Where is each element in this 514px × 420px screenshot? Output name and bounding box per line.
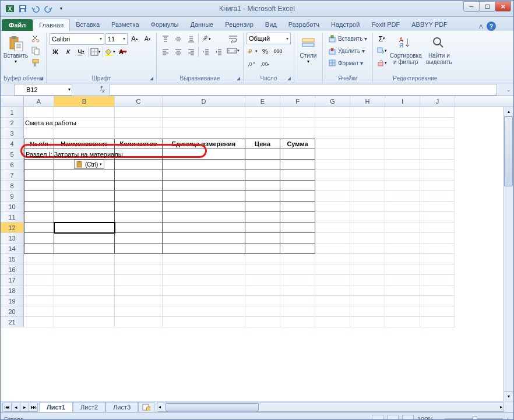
cell-I16[interactable] (385, 264, 420, 275)
cell-D7[interactable] (163, 170, 245, 181)
cell-D3[interactable] (163, 128, 245, 139)
cell-D15[interactable] (163, 254, 245, 264)
cells-container[interactable]: Смета на работы№ п/пНаименованиеКоличест… (24, 107, 504, 401)
cell-B18[interactable] (54, 285, 115, 296)
decrease-decimal-button[interactable]: ,00 (259, 58, 271, 70)
cell-G5[interactable] (315, 149, 350, 160)
row-header-6[interactable]: 6 (1, 160, 24, 170)
cell-B13[interactable] (54, 233, 115, 243)
row-header-19[interactable]: 19 (1, 296, 24, 306)
cell-A5[interactable]: Раздел I: Затраты на материалы (24, 149, 54, 160)
tab-Разметка[interactable]: Разметка (105, 19, 145, 31)
cell-F13[interactable] (280, 233, 315, 243)
cell-I3[interactable] (385, 128, 420, 139)
minimize-button[interactable]: ─ (463, 1, 480, 12)
cell-H14[interactable] (350, 243, 385, 254)
select-all-corner[interactable] (1, 96, 24, 107)
cell-F5[interactable] (280, 149, 315, 160)
font-size-combo[interactable]: 11▾ (105, 33, 128, 45)
cell-I12[interactable] (385, 223, 420, 233)
sheet-tab-Лист3[interactable]: Лист3 (105, 402, 138, 412)
cell-B16[interactable] (54, 264, 115, 275)
cell-G12[interactable] (315, 223, 350, 233)
cell-J15[interactable] (420, 254, 455, 264)
row-header-9[interactable]: 9 (1, 191, 24, 202)
cell-A13[interactable] (24, 233, 54, 243)
cell-I20[interactable] (385, 306, 420, 317)
cell-D8[interactable] (163, 181, 245, 191)
cell-A21[interactable] (24, 317, 54, 327)
cell-B21[interactable] (54, 317, 115, 327)
row-header-10[interactable]: 10 (1, 202, 24, 212)
cell-C4[interactable]: Количество (115, 139, 163, 149)
cell-J12[interactable] (420, 223, 455, 233)
align-bottom-button[interactable] (185, 33, 197, 45)
cell-E8[interactable] (245, 181, 280, 191)
cell-B7[interactable] (54, 170, 115, 181)
cell-E15[interactable] (245, 254, 280, 264)
cell-E5[interactable] (245, 149, 280, 160)
cell-E1[interactable] (245, 107, 280, 118)
cell-C16[interactable] (115, 264, 163, 275)
align-top-button[interactable] (160, 33, 171, 45)
cell-D13[interactable] (163, 233, 245, 243)
cell-E7[interactable] (245, 170, 280, 181)
col-header-C[interactable]: C (115, 96, 163, 107)
cell-G2[interactable] (315, 118, 350, 128)
cell-A3[interactable] (24, 128, 54, 139)
cell-F6[interactable] (280, 160, 315, 170)
cell-F14[interactable] (280, 243, 315, 254)
paste-options-button[interactable]: (Ctrl)▾ (74, 160, 104, 169)
cell-H7[interactable] (350, 170, 385, 181)
cell-H2[interactable] (350, 118, 385, 128)
cell-I21[interactable] (385, 317, 420, 327)
cell-C18[interactable] (115, 285, 163, 296)
cell-F18[interactable] (280, 285, 315, 296)
row-header-1[interactable]: 1 (1, 107, 24, 118)
cell-B3[interactable] (54, 128, 115, 139)
cell-G8[interactable] (315, 181, 350, 191)
cell-D20[interactable] (163, 306, 245, 317)
cell-D12[interactable] (163, 223, 245, 233)
cell-F16[interactable] (280, 264, 315, 275)
cut-button[interactable] (30, 33, 41, 44)
grow-font-button[interactable]: A▴ (129, 33, 140, 45)
cell-F20[interactable] (280, 306, 315, 317)
cell-J10[interactable] (420, 202, 455, 212)
align-center-button[interactable] (172, 46, 184, 58)
cell-G20[interactable] (315, 306, 350, 317)
cell-C2[interactable] (115, 118, 163, 128)
cell-J4[interactable] (420, 139, 455, 149)
cell-F4[interactable]: Сумма (280, 139, 315, 149)
tab-Надстрой[interactable]: Надстрой (325, 19, 365, 31)
cell-J20[interactable] (420, 306, 455, 317)
cell-E13[interactable] (245, 233, 280, 243)
row-header-15[interactable]: 15 (1, 254, 24, 264)
cell-E2[interactable] (245, 118, 280, 128)
cell-C10[interactable] (115, 202, 163, 212)
cell-H11[interactable] (350, 212, 385, 223)
italic-button[interactable]: К (62, 46, 74, 58)
tab-Главная[interactable]: Главная (33, 19, 70, 31)
cell-H18[interactable] (350, 285, 385, 296)
cell-C20[interactable] (115, 306, 163, 317)
cell-E21[interactable] (245, 317, 280, 327)
tab-file[interactable]: Файл (2, 19, 33, 31)
col-header-G[interactable]: G (315, 96, 350, 107)
insert-cells-button[interactable]: Вставить ▾ (326, 33, 369, 44)
cell-E18[interactable] (245, 285, 280, 296)
undo-icon[interactable] (30, 3, 41, 15)
row-header-11[interactable]: 11 (1, 212, 24, 223)
sort-filter-button[interactable]: AЯ Сортировка и фильтр (389, 33, 422, 65)
cell-H13[interactable] (350, 233, 385, 243)
tab-Данные[interactable]: Данные (184, 19, 219, 31)
zoom-out-button[interactable]: − (437, 416, 441, 421)
alignment-launcher[interactable]: ◢ (237, 76, 240, 81)
row-header-16[interactable]: 16 (1, 264, 24, 275)
cell-A20[interactable] (24, 306, 54, 317)
cell-F10[interactable] (280, 202, 315, 212)
cell-B11[interactable] (54, 212, 115, 223)
cell-G14[interactable] (315, 243, 350, 254)
row-header-5[interactable]: 5 (1, 149, 24, 160)
cell-J19[interactable] (420, 296, 455, 306)
